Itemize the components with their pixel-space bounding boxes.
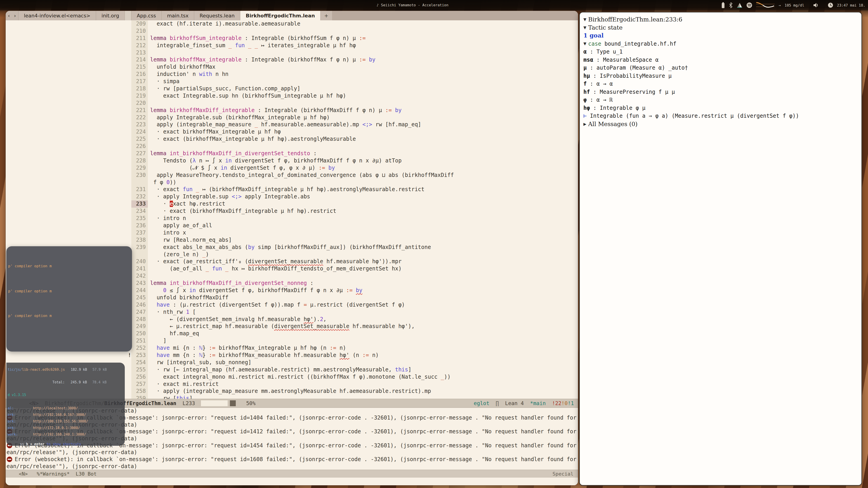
line-number[interactable]: 221 <box>131 107 148 114</box>
code-line[interactable]: 214lemma birkhoffMax_integrable : Integr… <box>128 56 578 64</box>
code-line[interactable]: !249 ← μ.restrict_map hf.measurable (div… <box>128 323 578 330</box>
code-line[interactable]: 235 · intro n <box>128 215 578 222</box>
code-line[interactable]: 243lemma int_birkhoffMaxDiff_in_divergen… <box>128 280 578 287</box>
line-number[interactable]: 242 <box>131 272 148 280</box>
line-number[interactable]: 237 <box>131 229 148 236</box>
line-number[interactable]: 224 <box>131 128 148 135</box>
line-number[interactable]: 210 <box>131 28 148 35</box>
code-line[interactable]: 209 exact (hf.iterate i).measurable.aeme… <box>128 20 578 28</box>
code-line[interactable]: 224 · exact birkhoffMax_integrable μ hf … <box>128 128 578 135</box>
line-number[interactable]: 257 <box>131 381 148 388</box>
warning-error-row[interactable]: Error (websocket): in callback `on-messa… <box>6 456 578 463</box>
line-number[interactable]: 258 <box>131 388 148 395</box>
line-number[interactable]: 226 <box>131 143 148 150</box>
line-number[interactable]: 253 <box>131 352 148 359</box>
line-number[interactable]: 240 <box>131 258 148 265</box>
line-number[interactable]: 227 <box>131 150 148 157</box>
line-number[interactable]: 214 <box>131 56 148 64</box>
code-line[interactable]: 245 unfold birkhoffMaxDiff <box>128 294 578 301</box>
code-line[interactable]: f φ 0)) <box>128 179 578 186</box>
tab-App.css[interactable]: App.css <box>131 11 162 20</box>
modeline-info-count[interactable]: !1 <box>567 400 574 406</box>
clock-icon[interactable] <box>828 2 833 8</box>
line-number[interactable]: 229 <box>131 164 148 172</box>
line-number[interactable]: 245 <box>131 294 148 301</box>
code-line[interactable]: 226 <box>128 143 578 150</box>
infoview-tactic-state-header[interactable]: ▼Tactic state <box>583 24 858 32</box>
line-number[interactable]: 232 <box>131 193 148 200</box>
line-number[interactable]: 233 <box>131 200 148 207</box>
line-number[interactable]: 234 <box>131 207 148 215</box>
modeline-error-count[interactable]: !22 <box>552 400 561 406</box>
url-link[interactable]: http://localhost:3000/ <box>33 405 78 412</box>
code-line[interactable]: 259 rw [this] <box>128 395 578 399</box>
code-line[interactable]: 223 apply (integrable_map_measure _ hf.m… <box>128 121 578 128</box>
code-line[interactable]: 233 · exact hφ.restrict <box>128 200 578 207</box>
line-number[interactable]: 247 <box>131 308 148 316</box>
line-number[interactable]: 255 <box>131 366 148 373</box>
code-line[interactable]: 230 apply MeasureTheory.tendsto_integral… <box>128 172 578 179</box>
code-line[interactable]: 247 · nth_rw 1 [ <box>128 308 578 316</box>
modeline-lsp[interactable]: eglot <box>474 400 489 406</box>
code-line[interactable]: 231 · exact fun _ ↦ (birkhoffMaxDiff_int… <box>128 186 578 193</box>
code-line[interactable]: 221lemma birkhoffMaxDiff_integrable : In… <box>128 107 578 114</box>
code-line[interactable]: 246 have : (μ.restrict (divergentSet f φ… <box>128 301 578 308</box>
code-line[interactable]: 250 hf.map_eq <box>128 330 578 337</box>
code-line[interactable]: 254 rw [integral_sub, sub_nonneg] <box>128 359 578 366</box>
code-line[interactable]: !244 0 ≤ ∫ x in divergentSet f φ, birkho… <box>128 287 578 294</box>
code-line[interactable]: 257 · exact mi.restrict <box>128 381 578 388</box>
line-number[interactable]: 209 <box>131 20 148 28</box>
line-number[interactable]: 236 <box>131 222 148 229</box>
infoview-file-position[interactable]: ▼BirkhoffErgodicThm.lean:233:6 <box>583 15 858 24</box>
code-line[interactable]: 210 <box>128 28 578 35</box>
code-line[interactable]: 258 · apply (integrable_map_measure mm.a… <box>128 388 578 395</box>
code-line[interactable]: 227lemma int_birkhoffMaxDiff_in_divergen… <box>128 150 578 157</box>
line-number[interactable]: 249 <box>131 323 148 330</box>
line-number[interactable]: 218 <box>131 85 148 92</box>
code-line[interactable]: 228 Tendsto (λ n ↦ ∫ x in divergentSet f… <box>128 157 578 164</box>
code-line[interactable]: 220 <box>128 100 578 107</box>
all-messages-row[interactable]: ▶All Messages (0) <box>583 120 858 128</box>
url-link[interactable]: http://100.119.151.56:3000/ <box>33 418 88 425</box>
line-number[interactable]: 248 <box>131 316 148 323</box>
url-link[interactable]: http://192.168.0.167:3000/ <box>33 412 86 418</box>
goal-case-row[interactable]: ▼case bound_integrable.hf.hf <box>583 40 858 48</box>
line-number[interactable]: 254 <box>131 359 148 366</box>
line-number[interactable]: 230 <box>131 172 148 179</box>
code-line[interactable]: 222 apply Integrable.sub (birkhoffMax_in… <box>128 114 578 121</box>
line-number[interactable]: 251 <box>131 337 148 345</box>
line-number[interactable]: 211 <box>131 35 148 42</box>
code-line[interactable]: 234 · exact (birkhoffMaxDiff_integrable … <box>128 207 578 215</box>
modeline-major-mode[interactable]: Lean 4 <box>505 400 524 406</box>
code-line[interactable]: 217 · simpa <box>128 78 578 85</box>
code-line[interactable]: 241 (ae_of_all _ fun _ hx ↦ birkhoffMaxD… <box>128 265 578 272</box>
code-line[interactable]: 242 <box>128 272 578 280</box>
tab-init.org[interactable]: init.org <box>96 11 125 20</box>
line-number[interactable]: 256 <box>131 373 148 381</box>
code-line[interactable]: 218 · rw [partialSups_succ, Function.com… <box>128 85 578 92</box>
line-number[interactable]: 223 <box>131 121 148 128</box>
line-number[interactable]: 213 <box>131 49 148 57</box>
code-line[interactable]: !240 · exact (ae_restrict_iff'₀ (diverge… <box>128 258 578 265</box>
code-line[interactable]: 256 exact integral_mono mi.restrict mi.r… <box>128 373 578 381</box>
spotify-icon[interactable] <box>746 2 752 8</box>
glucose-sparkline[interactable] <box>756 1 775 9</box>
tab-lean4-infoview.el<emacs>[interactable]: lean4-infoview.el<emacs> <box>19 11 96 20</box>
code-line[interactable]: (zero_le n) _) <box>128 251 578 258</box>
new-tab-button[interactable]: + <box>320 11 332 20</box>
warning-continuation-row[interactable]: ean/rpc/release'"), (jsonrpc-error-data) <box>6 449 578 456</box>
line-number[interactable]: 259 <box>131 395 148 399</box>
line-number[interactable]: 228 <box>131 157 148 164</box>
url-link[interactable]: http://172.18.0.1:3000/ <box>33 425 80 431</box>
line-number[interactable]: 225 <box>131 135 148 143</box>
code-line[interactable]: 213 <box>128 49 578 57</box>
line-number[interactable]: 243 <box>131 280 148 287</box>
line-number[interactable]: 222 <box>131 114 148 121</box>
tab-main.tsx[interactable]: main.tsx <box>162 11 194 20</box>
code-line[interactable]: 255 · rw [← integral_map (hf.aemeasurabl… <box>128 366 578 373</box>
code-line[interactable]: 211lemma birkhoffSum_integrable : Integr… <box>128 35 578 42</box>
echo-area[interactable] <box>6 478 578 485</box>
code-line[interactable]: 229 (𝓝 $ ∫ x in divergentSet f φ, φ x ∂ … <box>128 164 578 172</box>
code-line[interactable]: 216 induction' n with n hn <box>128 71 578 78</box>
modeline-warning-count[interactable]: !0 <box>561 400 568 406</box>
